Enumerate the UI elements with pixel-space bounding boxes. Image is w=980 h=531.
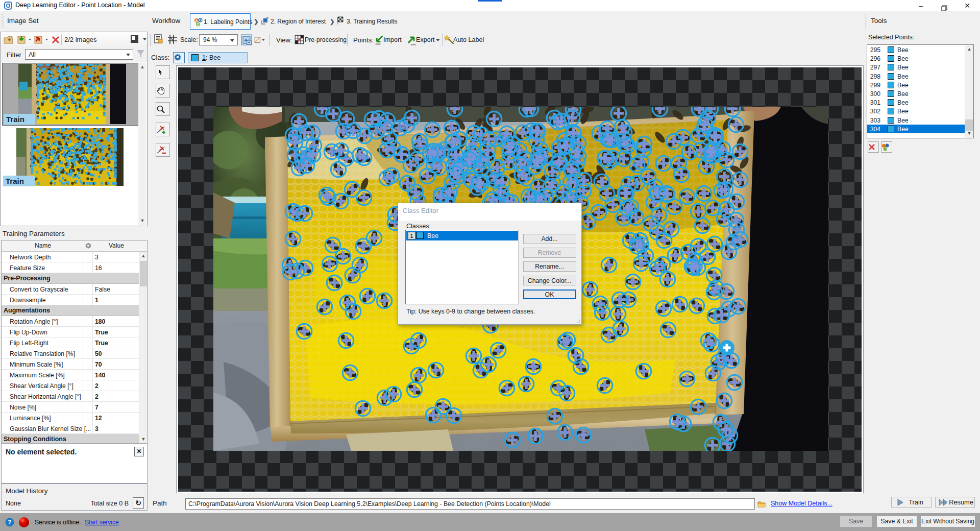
svg-text:?: ? (8, 519, 11, 526)
svg-text:A: A (195, 19, 198, 22)
svg-text:C: C (197, 22, 199, 26)
svg-text:O: O (199, 18, 202, 22)
